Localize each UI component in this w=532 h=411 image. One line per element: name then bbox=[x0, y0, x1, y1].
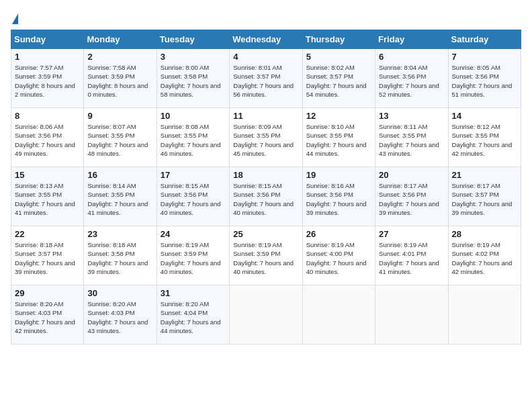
calendar-day-cell: 24Sunrise: 8:19 AMSunset: 3:59 PMDayligh… bbox=[157, 226, 229, 285]
day-number: 7 bbox=[452, 52, 517, 62]
day-number: 15 bbox=[15, 170, 80, 180]
calendar-day-cell: 21Sunrise: 8:17 AMSunset: 3:57 PMDayligh… bbox=[448, 167, 521, 226]
calendar-day-cell: 31Sunrise: 8:20 AMSunset: 4:04 PMDayligh… bbox=[157, 285, 229, 345]
day-number: 31 bbox=[161, 288, 226, 298]
day-number: 1 bbox=[15, 52, 80, 62]
day-info: Sunrise: 8:00 AMSunset: 3:58 PMDaylight:… bbox=[161, 63, 226, 99]
calendar-day-header: Monday bbox=[84, 30, 157, 49]
day-info: Sunrise: 8:20 AMSunset: 4:03 PMDaylight:… bbox=[15, 300, 80, 335]
day-number: 9 bbox=[87, 111, 152, 121]
day-number: 18 bbox=[233, 170, 298, 180]
calendar-day-cell: 26Sunrise: 8:19 AMSunset: 4:00 PMDayligh… bbox=[302, 226, 375, 285]
calendar-day-cell: 27Sunrise: 8:19 AMSunset: 4:01 PMDayligh… bbox=[375, 226, 448, 285]
calendar-day-cell: 8Sunrise: 8:06 AMSunset: 3:56 PMDaylight… bbox=[11, 108, 84, 167]
day-info: Sunrise: 8:19 AMSunset: 4:02 PMDaylight:… bbox=[452, 240, 517, 276]
calendar-day-cell: 22Sunrise: 8:18 AMSunset: 3:57 PMDayligh… bbox=[11, 226, 84, 285]
day-number: 24 bbox=[161, 229, 226, 239]
day-info: Sunrise: 8:15 AMSunset: 3:56 PMDaylight:… bbox=[161, 181, 226, 217]
day-info: Sunrise: 8:01 AMSunset: 3:57 PMDaylight:… bbox=[233, 63, 298, 99]
calendar-day-header: Wednesday bbox=[230, 30, 302, 49]
day-number: 19 bbox=[306, 170, 371, 180]
day-number: 13 bbox=[379, 111, 444, 121]
day-info: Sunrise: 8:11 AMSunset: 3:55 PMDaylight:… bbox=[379, 122, 444, 158]
calendar-day-cell: 30Sunrise: 8:20 AMSunset: 4:03 PMDayligh… bbox=[84, 285, 157, 345]
day-number: 14 bbox=[452, 111, 517, 121]
day-info: Sunrise: 8:05 AMSunset: 3:56 PMDaylight:… bbox=[452, 63, 517, 99]
day-info: Sunrise: 8:13 AMSunset: 3:55 PMDaylight:… bbox=[15, 181, 80, 217]
calendar-day-header: Friday bbox=[375, 30, 448, 49]
calendar-day-cell bbox=[302, 285, 375, 345]
calendar-day-cell: 4Sunrise: 8:01 AMSunset: 3:57 PMDaylight… bbox=[230, 49, 302, 108]
calendar-day-cell: 11Sunrise: 8:09 AMSunset: 3:55 PMDayligh… bbox=[230, 108, 302, 167]
day-number: 21 bbox=[452, 170, 517, 180]
calendar-day-cell bbox=[375, 285, 448, 345]
calendar-day-cell bbox=[448, 285, 521, 345]
day-info: Sunrise: 8:02 AMSunset: 3:57 PMDaylight:… bbox=[306, 63, 371, 99]
calendar-day-cell: 3Sunrise: 8:00 AMSunset: 3:58 PMDaylight… bbox=[157, 49, 229, 108]
calendar-day-cell: 14Sunrise: 8:12 AMSunset: 3:55 PMDayligh… bbox=[448, 108, 521, 167]
day-number: 30 bbox=[87, 288, 152, 298]
day-info: Sunrise: 8:18 AMSunset: 3:58 PMDaylight:… bbox=[87, 240, 152, 276]
day-number: 20 bbox=[379, 170, 444, 180]
day-number: 8 bbox=[15, 111, 80, 121]
calendar-week-row: 29Sunrise: 8:20 AMSunset: 4:03 PMDayligh… bbox=[11, 285, 521, 345]
day-number: 11 bbox=[233, 111, 298, 121]
calendar-day-cell: 10Sunrise: 8:08 AMSunset: 3:55 PMDayligh… bbox=[157, 108, 229, 167]
day-info: Sunrise: 8:10 AMSunset: 3:55 PMDaylight:… bbox=[306, 122, 371, 158]
calendar-day-cell: 18Sunrise: 8:15 AMSunset: 3:56 PMDayligh… bbox=[230, 167, 302, 226]
day-number: 25 bbox=[233, 229, 298, 239]
day-info: Sunrise: 7:58 AMSunset: 3:59 PMDaylight:… bbox=[87, 63, 152, 99]
calendar-day-cell: 20Sunrise: 8:17 AMSunset: 3:56 PMDayligh… bbox=[375, 167, 448, 226]
day-number: 10 bbox=[161, 111, 226, 121]
day-info: Sunrise: 8:12 AMSunset: 3:55 PMDaylight:… bbox=[452, 122, 517, 158]
calendar-day-cell: 17Sunrise: 8:15 AMSunset: 3:56 PMDayligh… bbox=[157, 167, 229, 226]
day-number: 2 bbox=[87, 52, 152, 62]
calendar-day-cell: 7Sunrise: 8:05 AMSunset: 3:56 PMDaylight… bbox=[448, 49, 521, 108]
day-info: Sunrise: 8:15 AMSunset: 3:56 PMDaylight:… bbox=[233, 181, 298, 217]
day-info: Sunrise: 8:16 AMSunset: 3:56 PMDaylight:… bbox=[306, 181, 371, 217]
calendar-day-cell: 25Sunrise: 8:19 AMSunset: 3:59 PMDayligh… bbox=[230, 226, 302, 285]
calendar-week-row: 8Sunrise: 8:06 AMSunset: 3:56 PMDaylight… bbox=[11, 108, 521, 167]
day-info: Sunrise: 8:14 AMSunset: 3:55 PMDaylight:… bbox=[87, 181, 152, 217]
day-number: 5 bbox=[306, 52, 371, 62]
day-number: 23 bbox=[87, 229, 152, 239]
day-number: 29 bbox=[15, 288, 80, 298]
day-info: Sunrise: 8:19 AMSunset: 4:01 PMDaylight:… bbox=[379, 240, 444, 276]
day-number: 3 bbox=[161, 52, 226, 62]
day-info: Sunrise: 8:04 AMSunset: 3:56 PMDaylight:… bbox=[379, 63, 444, 99]
day-number: 26 bbox=[306, 229, 371, 239]
day-info: Sunrise: 8:19 AMSunset: 3:59 PMDaylight:… bbox=[233, 240, 298, 276]
day-info: Sunrise: 8:09 AMSunset: 3:55 PMDaylight:… bbox=[233, 122, 298, 158]
calendar-day-cell: 28Sunrise: 8:19 AMSunset: 4:02 PMDayligh… bbox=[448, 226, 521, 285]
calendar-day-cell: 13Sunrise: 8:11 AMSunset: 3:55 PMDayligh… bbox=[375, 108, 448, 167]
calendar-day-header: Tuesday bbox=[157, 30, 229, 49]
logo-triangle-icon bbox=[12, 13, 18, 24]
calendar-day-cell: 23Sunrise: 8:18 AMSunset: 3:58 PMDayligh… bbox=[84, 226, 157, 285]
calendar-day-cell: 19Sunrise: 8:16 AMSunset: 3:56 PMDayligh… bbox=[302, 167, 375, 226]
day-number: 22 bbox=[15, 229, 80, 239]
day-number: 6 bbox=[379, 52, 444, 62]
day-number: 17 bbox=[161, 170, 226, 180]
calendar-day-cell: 6Sunrise: 8:04 AMSunset: 3:56 PMDaylight… bbox=[375, 49, 448, 108]
calendar-day-cell: 2Sunrise: 7:58 AMSunset: 3:59 PMDaylight… bbox=[84, 49, 157, 108]
calendar-day-header: Sunday bbox=[11, 30, 84, 49]
day-number: 27 bbox=[379, 229, 444, 239]
calendar-day-header: Thursday bbox=[302, 30, 375, 49]
day-info: Sunrise: 8:08 AMSunset: 3:55 PMDaylight:… bbox=[161, 122, 226, 158]
calendar-day-header: Saturday bbox=[448, 30, 521, 49]
page-header bbox=[11, 11, 521, 26]
day-number: 12 bbox=[306, 111, 371, 121]
calendar-table: SundayMondayTuesdayWednesdayThursdayFrid… bbox=[11, 30, 521, 345]
calendar-day-cell: 15Sunrise: 8:13 AMSunset: 3:55 PMDayligh… bbox=[11, 167, 84, 226]
logo bbox=[11, 11, 18, 26]
day-info: Sunrise: 8:19 AMSunset: 3:59 PMDaylight:… bbox=[161, 240, 226, 276]
calendar-header-row: SundayMondayTuesdayWednesdayThursdayFrid… bbox=[11, 30, 521, 49]
day-info: Sunrise: 8:18 AMSunset: 3:57 PMDaylight:… bbox=[15, 240, 80, 276]
day-info: Sunrise: 8:17 AMSunset: 3:56 PMDaylight:… bbox=[379, 181, 444, 217]
calendar-day-cell: 16Sunrise: 8:14 AMSunset: 3:55 PMDayligh… bbox=[84, 167, 157, 226]
calendar-week-row: 22Sunrise: 8:18 AMSunset: 3:57 PMDayligh… bbox=[11, 226, 521, 285]
day-info: Sunrise: 8:06 AMSunset: 3:56 PMDaylight:… bbox=[15, 122, 80, 158]
day-info: Sunrise: 8:17 AMSunset: 3:57 PMDaylight:… bbox=[452, 181, 517, 217]
day-info: Sunrise: 7:57 AMSunset: 3:59 PMDaylight:… bbox=[15, 63, 80, 99]
day-number: 16 bbox=[87, 170, 152, 180]
